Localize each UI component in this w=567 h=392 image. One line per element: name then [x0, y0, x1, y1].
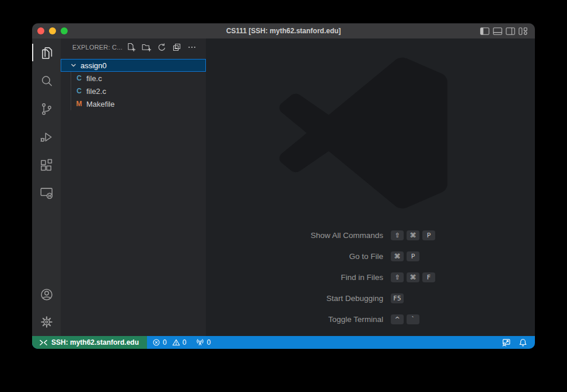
key-f: F — [422, 272, 435, 282]
sidebar-item-extensions[interactable] — [38, 157, 54, 173]
new-folder-button[interactable] — [141, 42, 151, 52]
account-icon — [39, 287, 54, 302]
vscode-window: CS111 [SSH: myth62.stanford.edu] — [32, 23, 535, 349]
sidebar-item-search[interactable] — [38, 73, 54, 89]
accounts-button[interactable] — [38, 286, 54, 302]
shortcut-row: Start Debugging F5 — [227, 288, 507, 309]
shortcut-keys: F5 — [391, 293, 404, 303]
shortcut-row: Go to File ⌘ P — [227, 246, 507, 267]
files-icon — [39, 46, 54, 61]
shortcut-row: Toggle Terminal ^ ` — [227, 309, 507, 330]
refresh-icon — [157, 43, 166, 52]
c-file-icon: C — [76, 87, 82, 95]
key-p: P — [422, 230, 435, 240]
ports-indicator[interactable]: 0 — [196, 338, 211, 346]
explorer-header: EXPLORER: C... — [61, 38, 206, 56]
toggle-secondary-sidebar-button[interactable] — [506, 27, 515, 35]
explorer-sidebar: EXPLORER: C... — [61, 38, 206, 336]
warning-count: 0 — [183, 338, 187, 346]
layout-sidebar-left-icon — [480, 27, 489, 35]
tree-item-file[interactable]: C file2.c — [61, 85, 206, 97]
key-shift: ⇧ — [391, 272, 404, 282]
extensions-icon — [39, 158, 54, 173]
customize-layout-button[interactable] — [519, 27, 528, 35]
shortcut-row: Show All Commands ⇧ ⌘ P — [227, 225, 507, 246]
problems-indicator[interactable]: 0 0 — [152, 338, 186, 346]
radio-tower-icon — [196, 338, 204, 346]
activity-bar — [32, 38, 61, 336]
explorer-actions — [126, 42, 197, 52]
layout-sidebar-right-icon — [506, 27, 515, 35]
file-tree: assign0 C file.c C file2.c M Makefile — [61, 59, 206, 110]
shortcut-label: Show All Commands — [227, 231, 383, 240]
key-backtick: ` — [407, 314, 419, 324]
key-cmd: ⌘ — [391, 251, 404, 261]
sidebar-item-run-and-debug[interactable] — [38, 129, 54, 145]
key-p: P — [407, 251, 419, 261]
shortcut-keys: ⇧ ⌘ P — [391, 230, 435, 240]
ports-count: 0 — [206, 338, 211, 346]
status-bar-right — [502, 338, 535, 347]
error-count: 0 — [163, 338, 167, 346]
toggle-panel-button[interactable] — [493, 27, 502, 35]
shortcut-row: Find in Files ⇧ ⌘ F — [227, 267, 507, 288]
refresh-explorer-button[interactable] — [156, 42, 166, 52]
new-folder-icon — [142, 43, 151, 52]
file-name: Makefile — [86, 100, 114, 108]
tree-item-folder[interactable]: assign0 — [61, 59, 206, 72]
source-control-icon — [39, 102, 54, 117]
sidebar-item-remote-explorer[interactable] — [38, 185, 54, 201]
sidebar-item-source-control[interactable] — [38, 101, 54, 117]
active-item-indicator — [32, 44, 33, 61]
toggle-primary-sidebar-button[interactable] — [480, 27, 489, 35]
warning-icon — [172, 338, 180, 346]
watermark-shortcuts: Show All Commands ⇧ ⌘ P Go to File ⌘ P F — [227, 225, 507, 330]
shortcut-keys: ⌘ P — [391, 251, 419, 261]
error-icon — [152, 338, 160, 346]
chevron-down-icon — [71, 62, 77, 68]
workbench: EXPLORER: C... — [32, 38, 535, 336]
folder-name: assign0 — [80, 61, 107, 70]
run-debug-icon — [39, 130, 54, 145]
tree-item-file[interactable]: C file.c — [61, 72, 206, 85]
customize-layout-icon — [519, 27, 528, 35]
settings-button[interactable] — [38, 314, 54, 330]
layout-panel-icon — [493, 27, 502, 35]
collapse-all-icon — [172, 43, 181, 52]
makefile-icon: M — [76, 100, 82, 108]
explorer-title: EXPLORER: C... — [72, 44, 123, 51]
file-name: file.c — [86, 74, 102, 83]
shortcut-label: Toggle Terminal — [227, 315, 383, 324]
shortcut-keys: ⇧ ⌘ F — [391, 272, 435, 282]
vscode-logo-watermark — [279, 57, 447, 211]
file-name: file2.c — [86, 87, 106, 96]
collapse-folders-button[interactable] — [172, 42, 181, 52]
new-file-button[interactable] — [126, 42, 136, 52]
gear-icon — [39, 314, 54, 330]
key-cmd: ⌘ — [407, 272, 419, 282]
key-shift: ⇧ — [391, 230, 404, 240]
notifications-bell-icon[interactable] — [519, 338, 527, 347]
ellipsis-icon — [187, 43, 197, 52]
tree-item-file[interactable]: M Makefile — [61, 97, 206, 110]
shortcut-label: Find in Files — [227, 273, 383, 282]
status-bar: SSH: myth62.stanford.edu 0 0 — [32, 336, 535, 349]
sidebar-item-explorer[interactable] — [38, 45, 54, 61]
shortcut-label: Start Debugging — [227, 294, 383, 303]
remote-ssh-icon — [39, 338, 48, 347]
title-bar: CS111 [SSH: myth62.stanford.edu] — [32, 23, 535, 38]
live-share-icon[interactable] — [502, 338, 511, 347]
c-file-icon: C — [76, 74, 82, 82]
key-f5: F5 — [391, 293, 404, 303]
more-actions-button[interactable] — [187, 42, 197, 52]
search-icon — [39, 74, 54, 89]
remote-label: SSH: myth62.stanford.edu — [51, 338, 139, 346]
shortcut-label: Go to File — [227, 252, 383, 261]
remote-indicator[interactable]: SSH: myth62.stanford.edu — [32, 336, 147, 349]
indent-guide — [71, 72, 71, 110]
key-cmd: ⌘ — [407, 230, 419, 240]
layout-controls — [480, 23, 528, 38]
editor-area: Show All Commands ⇧ ⌘ P Go to File ⌘ P F — [206, 38, 535, 336]
key-ctrl: ^ — [391, 314, 404, 324]
shortcut-keys: ^ ` — [391, 314, 419, 324]
